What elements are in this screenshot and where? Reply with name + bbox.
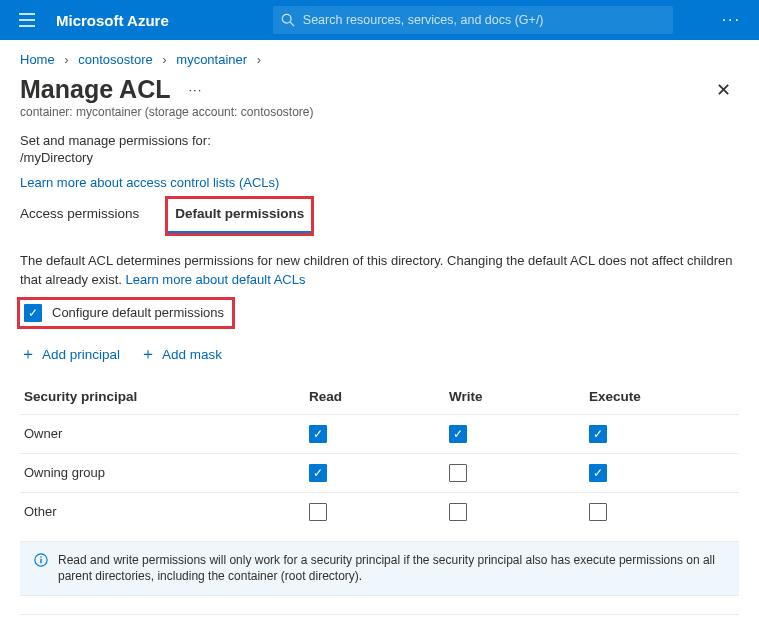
add-principal-button[interactable]: ＋Add principal [20, 344, 120, 365]
checkbox-checked-icon: ✓ [24, 304, 42, 322]
svg-line-4 [290, 22, 294, 26]
info-box: Read and write permissions will only wor… [20, 541, 739, 597]
info-icon [34, 553, 48, 586]
execute-checkbox[interactable] [589, 464, 607, 482]
principal-name: Owning group [24, 465, 309, 480]
page-subtitle: container: mycontainer (storage account:… [0, 104, 759, 133]
col-write: Write [449, 389, 589, 404]
tab-default-permissions[interactable]: Default permissions [167, 198, 312, 234]
learn-default-acls-link[interactable]: Learn more about default ACLs [126, 272, 306, 287]
top-header: Microsoft Azure Search resources, servic… [0, 0, 759, 40]
execute-checkbox[interactable] [589, 425, 607, 443]
write-checkbox[interactable] [449, 503, 467, 521]
add-actions: ＋Add principal ＋Add mask [20, 344, 739, 365]
permissions-path: /myDirectory [20, 150, 739, 165]
default-description: The default ACL determines permissions f… [20, 252, 739, 290]
hamburger-menu-icon[interactable] [6, 0, 48, 40]
add-mask-button[interactable]: ＋Add mask [140, 344, 222, 365]
col-execute: Execute [589, 389, 729, 404]
chevron-right-icon: › [251, 52, 267, 67]
breadcrumb: Home › contosostore › mycontainer › [0, 40, 759, 73]
table-row: Owner [20, 414, 739, 453]
page-title: Manage ACL [20, 75, 170, 104]
permissions-for-label: Set and manage permissions for: [20, 133, 739, 148]
add-principal-label: Add principal [42, 347, 120, 362]
configure-default-permissions-checkbox[interactable]: ✓ Configure default permissions [20, 300, 232, 326]
close-icon[interactable]: ✕ [708, 76, 739, 104]
plus-icon: ＋ [140, 344, 156, 365]
write-checkbox[interactable] [449, 464, 467, 482]
more-icon[interactable]: ··· [710, 11, 753, 29]
execute-checkbox[interactable] [589, 503, 607, 521]
read-checkbox[interactable] [309, 425, 327, 443]
col-security-principal: Security principal [24, 389, 309, 404]
title-row: Manage ACL ··· ✕ [0, 73, 759, 104]
principal-name: Owner [24, 426, 309, 441]
breadcrumb-storage[interactable]: contosostore [78, 52, 152, 67]
tabs: Access permissions Default permissions [20, 198, 739, 234]
write-checkbox[interactable] [449, 425, 467, 443]
svg-point-6 [40, 556, 42, 558]
svg-point-3 [282, 14, 291, 23]
more-actions-icon[interactable]: ··· [188, 82, 202, 97]
principal-name: Other [24, 504, 309, 519]
tab-access-permissions[interactable]: Access permissions [20, 198, 151, 234]
search-placeholder: Search resources, services, and docs (G+… [303, 13, 544, 27]
breadcrumb-container[interactable]: mycontainer [176, 52, 247, 67]
svg-rect-7 [40, 558, 41, 563]
search-input[interactable]: Search resources, services, and docs (G+… [273, 6, 673, 34]
col-read: Read [309, 389, 449, 404]
read-checkbox[interactable] [309, 503, 327, 521]
plus-icon: ＋ [20, 344, 36, 365]
learn-acls-link[interactable]: Learn more about access control lists (A… [20, 175, 279, 190]
chevron-right-icon: › [58, 52, 74, 67]
breadcrumb-home[interactable]: Home [20, 52, 55, 67]
info-text: Read and write permissions will only wor… [58, 552, 727, 586]
table-row: Other [20, 492, 739, 531]
add-mask-label: Add mask [162, 347, 222, 362]
table-header: Security principal Read Write Execute [20, 379, 739, 414]
search-icon [281, 13, 295, 27]
read-checkbox[interactable] [309, 464, 327, 482]
table-row: Owning group [20, 453, 739, 492]
action-buttons: Save Discard [20, 615, 739, 629]
brand-label: Microsoft Azure [48, 12, 183, 29]
configure-default-label: Configure default permissions [52, 305, 224, 320]
chevron-right-icon: › [156, 52, 172, 67]
permissions-table: Security principal Read Write Execute Ow… [20, 379, 739, 531]
